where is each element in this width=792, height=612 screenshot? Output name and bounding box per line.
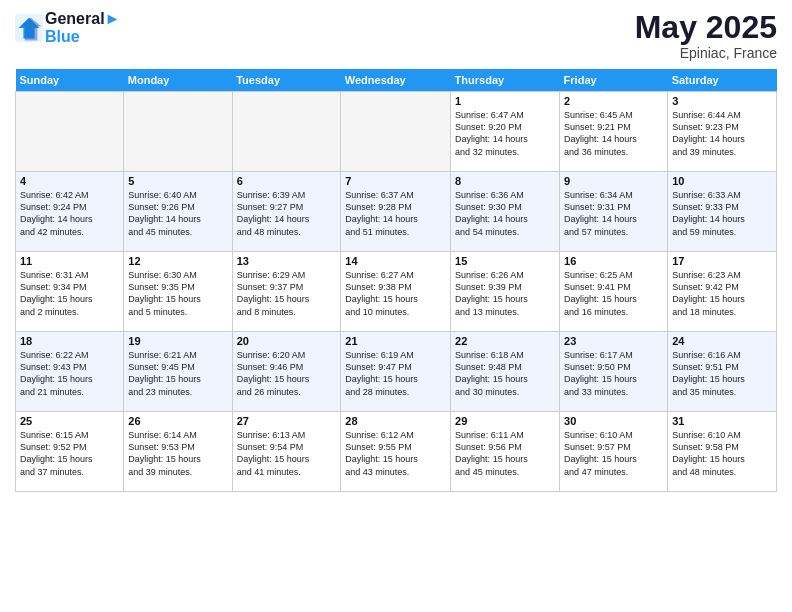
page-header: General► Blue May 2025 Epiniac, France — [15, 10, 777, 61]
calendar-day-30: 30Sunrise: 6:10 AMSunset: 9:57 PMDayligh… — [560, 412, 668, 492]
calendar-empty-cell — [232, 92, 341, 172]
day-number: 11 — [20, 255, 119, 267]
day-number: 25 — [20, 415, 119, 427]
calendar-day-25: 25Sunrise: 6:15 AMSunset: 9:52 PMDayligh… — [16, 412, 124, 492]
day-number: 22 — [455, 335, 555, 347]
day-info: Sunrise: 6:18 AMSunset: 9:48 PMDaylight:… — [455, 349, 555, 398]
calendar-table: SundayMondayTuesdayWednesdayThursdayFrid… — [15, 69, 777, 492]
calendar-day-10: 10Sunrise: 6:33 AMSunset: 9:33 PMDayligh… — [668, 172, 777, 252]
day-number: 10 — [672, 175, 772, 187]
day-info: Sunrise: 6:16 AMSunset: 9:51 PMDaylight:… — [672, 349, 772, 398]
month-title: May 2025 — [635, 10, 777, 45]
calendar-week-row: 4Sunrise: 6:42 AMSunset: 9:24 PMDaylight… — [16, 172, 777, 252]
day-info: Sunrise: 6:29 AMSunset: 9:37 PMDaylight:… — [237, 269, 337, 318]
day-number: 1 — [455, 95, 555, 107]
day-info: Sunrise: 6:17 AMSunset: 9:50 PMDaylight:… — [564, 349, 663, 398]
day-info: Sunrise: 6:23 AMSunset: 9:42 PMDaylight:… — [672, 269, 772, 318]
calendar-day-21: 21Sunrise: 6:19 AMSunset: 9:47 PMDayligh… — [341, 332, 451, 412]
day-info: Sunrise: 6:33 AMSunset: 9:33 PMDaylight:… — [672, 189, 772, 238]
day-number: 26 — [128, 415, 227, 427]
calendar-day-13: 13Sunrise: 6:29 AMSunset: 9:37 PMDayligh… — [232, 252, 341, 332]
day-number: 31 — [672, 415, 772, 427]
calendar-day-15: 15Sunrise: 6:26 AMSunset: 9:39 PMDayligh… — [451, 252, 560, 332]
calendar-day-29: 29Sunrise: 6:11 AMSunset: 9:56 PMDayligh… — [451, 412, 560, 492]
calendar-day-19: 19Sunrise: 6:21 AMSunset: 9:45 PMDayligh… — [124, 332, 232, 412]
weekday-header-monday: Monday — [124, 69, 232, 92]
calendar-day-11: 11Sunrise: 6:31 AMSunset: 9:34 PMDayligh… — [16, 252, 124, 332]
day-number: 13 — [237, 255, 337, 267]
page-container: General► Blue May 2025 Epiniac, France S… — [0, 0, 792, 502]
day-info: Sunrise: 6:13 AMSunset: 9:54 PMDaylight:… — [237, 429, 337, 478]
calendar-day-27: 27Sunrise: 6:13 AMSunset: 9:54 PMDayligh… — [232, 412, 341, 492]
day-info: Sunrise: 6:45 AMSunset: 9:21 PMDaylight:… — [564, 109, 663, 158]
calendar-day-8: 8Sunrise: 6:36 AMSunset: 9:30 PMDaylight… — [451, 172, 560, 252]
calendar-day-12: 12Sunrise: 6:30 AMSunset: 9:35 PMDayligh… — [124, 252, 232, 332]
day-number: 2 — [564, 95, 663, 107]
day-number: 18 — [20, 335, 119, 347]
day-number: 15 — [455, 255, 555, 267]
calendar-day-2: 2Sunrise: 6:45 AMSunset: 9:21 PMDaylight… — [560, 92, 668, 172]
calendar-day-6: 6Sunrise: 6:39 AMSunset: 9:27 PMDaylight… — [232, 172, 341, 252]
day-number: 27 — [237, 415, 337, 427]
day-number: 14 — [345, 255, 446, 267]
day-number: 29 — [455, 415, 555, 427]
day-info: Sunrise: 6:11 AMSunset: 9:56 PMDaylight:… — [455, 429, 555, 478]
day-number: 21 — [345, 335, 446, 347]
day-number: 28 — [345, 415, 446, 427]
day-number: 7 — [345, 175, 446, 187]
logo: General► Blue — [15, 10, 120, 46]
day-info: Sunrise: 6:19 AMSunset: 9:47 PMDaylight:… — [345, 349, 446, 398]
title-area: May 2025 Epiniac, France — [635, 10, 777, 61]
day-number: 9 — [564, 175, 663, 187]
day-number: 23 — [564, 335, 663, 347]
day-number: 19 — [128, 335, 227, 347]
logo-icon — [15, 14, 43, 42]
calendar-day-31: 31Sunrise: 6:10 AMSunset: 9:58 PMDayligh… — [668, 412, 777, 492]
day-number: 3 — [672, 95, 772, 107]
calendar-week-row: 18Sunrise: 6:22 AMSunset: 9:43 PMDayligh… — [16, 332, 777, 412]
day-number: 17 — [672, 255, 772, 267]
calendar-day-9: 9Sunrise: 6:34 AMSunset: 9:31 PMDaylight… — [560, 172, 668, 252]
day-info: Sunrise: 6:31 AMSunset: 9:34 PMDaylight:… — [20, 269, 119, 318]
day-info: Sunrise: 6:14 AMSunset: 9:53 PMDaylight:… — [128, 429, 227, 478]
weekday-header-tuesday: Tuesday — [232, 69, 341, 92]
calendar-week-row: 25Sunrise: 6:15 AMSunset: 9:52 PMDayligh… — [16, 412, 777, 492]
day-info: Sunrise: 6:27 AMSunset: 9:38 PMDaylight:… — [345, 269, 446, 318]
day-info: Sunrise: 6:26 AMSunset: 9:39 PMDaylight:… — [455, 269, 555, 318]
calendar-day-28: 28Sunrise: 6:12 AMSunset: 9:55 PMDayligh… — [341, 412, 451, 492]
calendar-day-26: 26Sunrise: 6:14 AMSunset: 9:53 PMDayligh… — [124, 412, 232, 492]
day-info: Sunrise: 6:30 AMSunset: 9:35 PMDaylight:… — [128, 269, 227, 318]
day-number: 4 — [20, 175, 119, 187]
day-info: Sunrise: 6:15 AMSunset: 9:52 PMDaylight:… — [20, 429, 119, 478]
day-info: Sunrise: 6:12 AMSunset: 9:55 PMDaylight:… — [345, 429, 446, 478]
day-info: Sunrise: 6:44 AMSunset: 9:23 PMDaylight:… — [672, 109, 772, 158]
day-number: 8 — [455, 175, 555, 187]
day-info: Sunrise: 6:34 AMSunset: 9:31 PMDaylight:… — [564, 189, 663, 238]
calendar-day-16: 16Sunrise: 6:25 AMSunset: 9:41 PMDayligh… — [560, 252, 668, 332]
weekday-header-sunday: Sunday — [16, 69, 124, 92]
calendar-header-row: SundayMondayTuesdayWednesdayThursdayFrid… — [16, 69, 777, 92]
day-info: Sunrise: 6:22 AMSunset: 9:43 PMDaylight:… — [20, 349, 119, 398]
day-info: Sunrise: 6:36 AMSunset: 9:30 PMDaylight:… — [455, 189, 555, 238]
day-info: Sunrise: 6:47 AMSunset: 9:20 PMDaylight:… — [455, 109, 555, 158]
day-info: Sunrise: 6:42 AMSunset: 9:24 PMDaylight:… — [20, 189, 119, 238]
day-number: 16 — [564, 255, 663, 267]
day-info: Sunrise: 6:25 AMSunset: 9:41 PMDaylight:… — [564, 269, 663, 318]
day-number: 5 — [128, 175, 227, 187]
day-info: Sunrise: 6:21 AMSunset: 9:45 PMDaylight:… — [128, 349, 227, 398]
day-number: 24 — [672, 335, 772, 347]
weekday-header-wednesday: Wednesday — [341, 69, 451, 92]
calendar-day-4: 4Sunrise: 6:42 AMSunset: 9:24 PMDaylight… — [16, 172, 124, 252]
calendar-day-1: 1Sunrise: 6:47 AMSunset: 9:20 PMDaylight… — [451, 92, 560, 172]
calendar-day-18: 18Sunrise: 6:22 AMSunset: 9:43 PMDayligh… — [16, 332, 124, 412]
day-info: Sunrise: 6:10 AMSunset: 9:57 PMDaylight:… — [564, 429, 663, 478]
logo-text: General► Blue — [45, 10, 120, 46]
calendar-empty-cell — [16, 92, 124, 172]
calendar-day-22: 22Sunrise: 6:18 AMSunset: 9:48 PMDayligh… — [451, 332, 560, 412]
day-number: 20 — [237, 335, 337, 347]
day-info: Sunrise: 6:20 AMSunset: 9:46 PMDaylight:… — [237, 349, 337, 398]
calendar-day-3: 3Sunrise: 6:44 AMSunset: 9:23 PMDaylight… — [668, 92, 777, 172]
day-info: Sunrise: 6:37 AMSunset: 9:28 PMDaylight:… — [345, 189, 446, 238]
day-number: 30 — [564, 415, 663, 427]
calendar-day-23: 23Sunrise: 6:17 AMSunset: 9:50 PMDayligh… — [560, 332, 668, 412]
